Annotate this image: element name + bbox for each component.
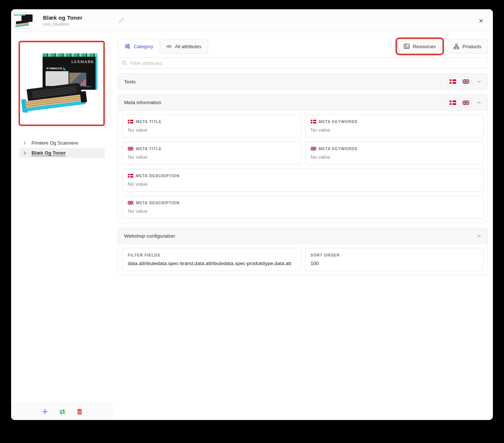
field-meta-title-dk[interactable]: META TITLE No value — [122, 115, 301, 138]
chevron-up-icon — [477, 100, 482, 105]
tab-label: Products — [463, 44, 481, 49]
tree-item-printere-og-scannere[interactable]: Printere Og Scannere — [19, 138, 105, 148]
image-icon — [404, 44, 410, 49]
tab-label: Category — [134, 44, 153, 49]
field-value: No value — [128, 127, 296, 133]
close-button[interactable]: × — [479, 17, 483, 24]
section-meta-header[interactable]: Meta information — [118, 95, 488, 110]
field-value: data.attributedata.spec-brand,data.attri… — [128, 261, 296, 266]
code-icon: </> — [166, 44, 171, 49]
expand-section-button[interactable] — [477, 79, 482, 84]
toner-cartridge-art — [21, 82, 87, 119]
dk-flag-icon — [311, 120, 316, 123]
close-icon: × — [479, 16, 483, 25]
tree-item-blaek-og-toner[interactable]: Blæk Og Toner — [19, 148, 105, 158]
field-label: META TITLE — [136, 119, 162, 124]
meta-fields-grid: META TITLE No value META KEYWORDS No val… — [118, 110, 488, 223]
field-meta-keywords-gb[interactable]: META KEYWORDS No value — [305, 142, 484, 165]
chevron-right-icon[interactable] — [22, 151, 27, 156]
chevron-up-icon — [477, 234, 482, 239]
field-value: No value — [128, 208, 478, 214]
field-meta-description-gb[interactable]: META DESCRIPTION No value — [122, 196, 484, 219]
chevron-right-icon[interactable] — [22, 140, 27, 146]
dk-flag-icon — [450, 79, 456, 84]
delete-category-button[interactable] — [76, 408, 83, 416]
field-value: No value — [128, 154, 296, 160]
page-title: Blæk og Toner — [43, 14, 83, 21]
sidebar-footer — [11, 403, 113, 420]
category-key: root_blaekton — [43, 22, 83, 26]
title-block: Blæk og Toner root_blaekton — [43, 14, 83, 26]
category-editor-window: Blæk og Toner root_blaekton × LEXMARK — [11, 9, 493, 420]
gb-flag-icon — [128, 147, 133, 151]
tab-label: Resources — [413, 44, 436, 49]
field-value: 100 — [311, 261, 478, 266]
tab-resources[interactable]: Resources — [397, 39, 443, 54]
main-panel: Category </> All attributes — [113, 32, 493, 420]
section-webshop-header[interactable]: Webshop configuration — [118, 228, 488, 244]
field-meta-keywords-dk[interactable]: META KEYWORDS No value — [305, 115, 484, 138]
chevron-down-icon — [477, 79, 482, 84]
webshop-fields-grid: FILTER FIELDS data.attributedata.spec-br… — [118, 244, 488, 275]
collapse-section-button[interactable] — [477, 100, 482, 105]
tabs-right-group: Resources Products — [395, 39, 488, 54]
window-header: Blæk og Toner root_blaekton × — [11, 9, 493, 32]
product-thumb-art — [14, 13, 34, 28]
field-sort-order[interactable]: SORT ORDER 100 — [305, 248, 484, 271]
section-texts-header[interactable]: Texts — [118, 74, 488, 89]
dk-flag-icon — [450, 100, 456, 105]
field-value: No value — [311, 154, 478, 160]
field-value: No value — [128, 181, 478, 187]
field-filter-fields[interactable]: FILTER FIELDS data.attributedata.spec-br… — [122, 248, 301, 271]
collapse-section-button[interactable] — [477, 234, 482, 239]
field-meta-description-dk[interactable]: META DESCRIPTION No value — [122, 169, 484, 192]
gb-flag-icon — [128, 201, 133, 205]
category-tree: Printere Og Scannere Blæk Og Toner — [11, 138, 113, 158]
tree-item-label: Blæk Og Toner — [31, 150, 66, 156]
field-label: META TITLE — [136, 146, 162, 151]
tab-all-attributes[interactable]: </> All attributes — [160, 39, 208, 54]
tab-category[interactable]: Category — [118, 39, 160, 54]
section-meta-information: Meta information — [118, 95, 488, 223]
tab-products[interactable]: Products — [447, 39, 488, 54]
locale-gb-button[interactable] — [461, 99, 471, 107]
dk-flag-icon — [128, 174, 133, 178]
tabs-bar: Category </> All attributes — [118, 39, 488, 54]
section-texts: Texts — [118, 73, 488, 90]
dk-flag-icon — [128, 120, 133, 123]
add-category-button[interactable] — [41, 408, 49, 416]
tab-label: All attributes — [175, 44, 201, 49]
sidebar: LEXMARK X748H1CG Your Image. Always. — [11, 32, 113, 420]
edit-title-button[interactable] — [118, 17, 125, 24]
field-label: META DESCRIPTION — [136, 201, 180, 205]
field-label: META KEYWORDS — [319, 119, 358, 124]
field-label: META DESCRIPTION — [136, 173, 180, 178]
product-image: LEXMARK X748H1CG Your Image. Always. — [20, 42, 103, 125]
plus-icon — [42, 409, 48, 415]
sitemap-icon — [454, 44, 459, 49]
pencil-icon — [118, 17, 125, 24]
sliders-icon — [124, 43, 130, 49]
tree-item-label: Printere Og Scannere — [31, 140, 78, 146]
move-category-button[interactable] — [58, 408, 67, 416]
gb-flag-icon — [463, 100, 469, 105]
section-title: Meta information — [124, 100, 161, 105]
field-label: SORT ORDER — [311, 253, 340, 257]
locale-gb-button[interactable] — [461, 77, 471, 86]
field-label: META KEYWORDS — [319, 146, 358, 151]
trash-icon — [77, 409, 83, 415]
attribute-filter — [118, 57, 488, 69]
locale-dk-button[interactable] — [448, 99, 458, 107]
locale-dk-button[interactable] — [448, 77, 458, 86]
category-thumbnail — [14, 12, 34, 29]
field-label: FILTER FIELDS — [128, 253, 160, 257]
model-text: X748H1CG — [46, 67, 66, 70]
annotation-box-product-image: LEXMARK X748H1CG Your Image. Always. — [19, 41, 105, 126]
brand-text: LEXMARK — [71, 59, 94, 64]
section-webshop-configuration: Webshop configuration FILTER FIELDS — [118, 228, 488, 275]
field-meta-title-gb[interactable]: META TITLE No value — [122, 142, 301, 165]
gb-flag-icon — [311, 147, 316, 151]
annotation-box-resources: Resources — [395, 37, 444, 55]
filter-attributes-input[interactable] — [130, 60, 484, 66]
move-icon — [59, 409, 66, 415]
